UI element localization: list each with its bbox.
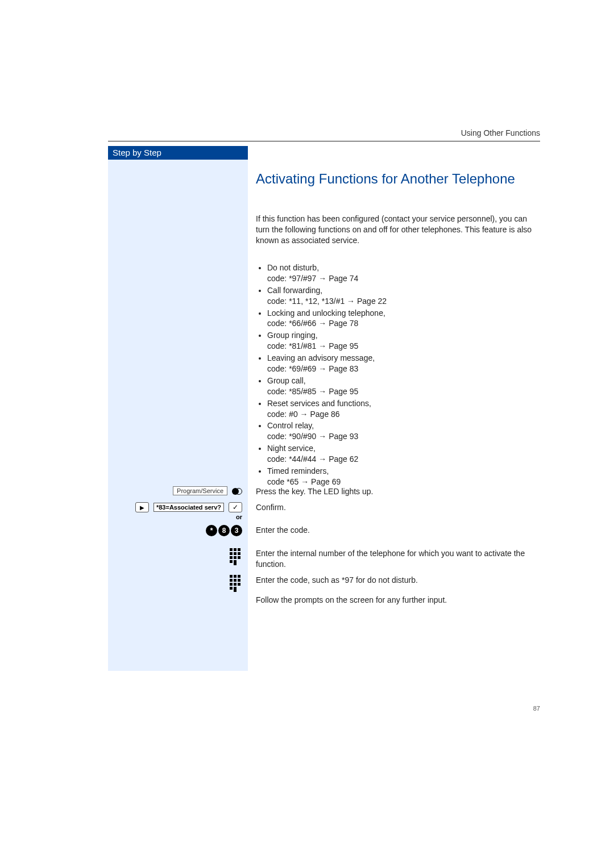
keypad-icon [230,548,242,565]
list-item: Timed reminders, code *65 → Page 69 [267,466,540,487]
item-code: code: *44/#44 → Page 62 [267,454,540,465]
step-or: or [108,514,540,520]
item-code: code: *66/#66 → Page 78 [267,318,540,329]
step-follow-prompts: Follow the prompts on the screen for any… [108,595,540,606]
key-3[interactable]: 3 [231,525,242,536]
or-label: or [236,514,242,520]
keypad-icon [230,575,242,592]
item-code: code: *81/#81 → Page 95 [267,341,540,352]
item-label: Locking and unlocking telephone, [267,308,385,318]
list-item: Locking and unlocking telephone, code: *… [267,308,540,329]
list-item: Leaving an advisory message, code: *69/#… [267,353,540,374]
key-sequence: * 8 3 [206,525,242,536]
item-label: Group ringing, [267,331,318,340]
document-page: Using Other Functions Step by Step Activ… [0,0,614,868]
step-enter-func-code: Enter the code, such as *97 for do not d… [108,575,540,592]
list-item: Group call, code: *85/#85 → Page 95 [267,375,540,397]
sidebar-background [108,160,248,671]
item-label: Timed reminders, [267,466,329,475]
step-press-key: Program/Service Press the key. The LED l… [108,486,540,497]
key-8[interactable]: 8 [218,525,230,536]
program-service-key[interactable]: Program/Service [173,486,227,495]
item-label: Do not disturb, [267,263,319,272]
list-item: Reset services and functions, code: #0 →… [267,398,540,420]
list-item: Call forwarding, code: *11, *12, *13/#1 … [267,285,540,307]
step-text: Follow the prompts on the screen for any… [248,595,540,606]
step-text: Confirm. [248,502,540,513]
display-prompt: *83=Associated serv? [154,503,224,512]
item-label: Night service, [267,444,316,453]
item-code: code: *85/#85 → Page 95 [267,386,540,397]
scroll-next-button[interactable]: ▶ [135,502,149,512]
list-item: Do not disturb, code: *97/#97 → Page 74 [267,262,540,284]
step-confirm: ▶ *83=Associated serv? ✓ Confirm. [108,502,540,513]
item-code: code *65 → Page 69 [267,477,540,487]
item-code: code: *69/#69 → Page 83 [267,364,540,374]
header-rule [108,141,540,141]
item-label: Group call, [267,376,306,385]
sidebar-title: Step by Step [108,146,248,160]
step-text: Enter the internal number of the telepho… [248,548,540,570]
intro-paragraph: If this function has been configured (co… [256,214,540,246]
key-star[interactable]: * [206,525,217,536]
list-item: Night service, code: *44/#44 → Page 62 [267,443,540,465]
item-label: Call forwarding, [267,286,322,295]
step-enter-code: * 8 3 Enter the code. [108,525,540,536]
item-label: Reset services and functions, [267,399,371,408]
step-text: Enter the code. [248,525,540,536]
item-label: Control relay, [267,421,314,430]
item-code: code: *97/#97 → Page 74 [267,273,540,284]
list-item: Control relay, code: *90/#90 → Page 93 [267,420,540,442]
ok-button[interactable]: ✓ [229,502,242,512]
led-icon [232,487,242,495]
item-code: code: #0 → Page 86 [267,409,540,420]
section-header: Using Other Functions [461,128,540,137]
step-enter-internal: Enter the internal number of the telepho… [108,548,540,570]
page-title: Activating Functions for Another Telepho… [256,170,540,187]
item-code: code: *11, *12, *13/#1 → Page 22 [267,296,540,307]
item-label: Leaving an advisory message, [267,353,375,362]
step-text: Enter the code, such as *97 for do not d… [248,575,540,586]
feature-list: Do not disturb, code: *97/#97 → Page 74 … [256,262,540,489]
step-text: Press the key. The LED lights up. [248,486,540,497]
page-number: 87 [533,705,540,712]
item-code: code: *90/#90 → Page 93 [267,431,540,442]
list-item: Group ringing, code: *81/#81 → Page 95 [267,330,540,352]
